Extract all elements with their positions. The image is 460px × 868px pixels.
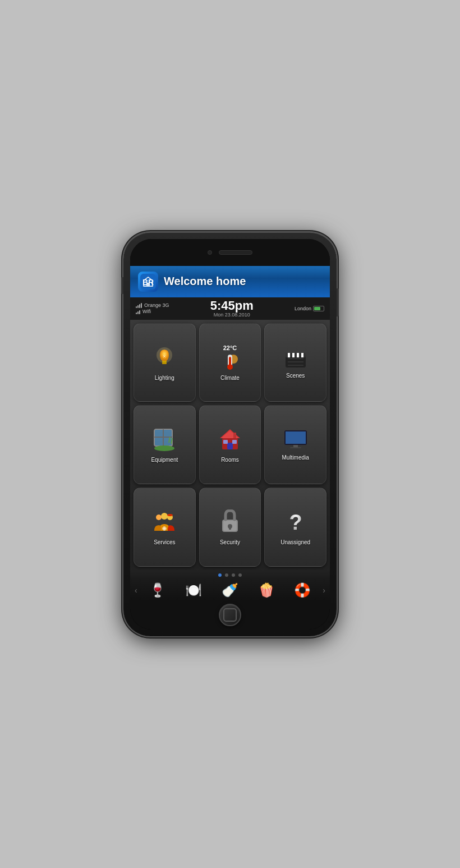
dot-4[interactable] <box>238 573 242 577</box>
climate-label: Climate <box>220 375 240 381</box>
tile-scenes[interactable]: Scenes <box>264 323 326 402</box>
dock-item-baby[interactable]: 🍼 <box>222 584 238 597</box>
tile-lighting[interactable]: Lighting <box>134 323 196 402</box>
scenes-label: Scenes <box>286 373 305 379</box>
location-label: London <box>295 306 311 311</box>
svg-point-25 <box>154 446 174 451</box>
unassigned-label: Unassigned <box>280 539 310 545</box>
wifi-bar-2 <box>137 311 139 314</box>
app-header: BR Welcome home <box>130 266 330 297</box>
time-display: 5:45pm Mon 23.08.2010 <box>210 300 254 318</box>
home-button[interactable] <box>219 604 241 626</box>
screen-content: BR Welcome home <box>130 266 330 600</box>
svg-rect-46 <box>162 527 167 530</box>
svg-rect-5 <box>162 362 167 364</box>
dot-1[interactable] <box>218 573 222 577</box>
tile-climate[interactable]: 22°C Climate <box>199 323 261 402</box>
services-icon <box>152 509 177 537</box>
wifi-row: Wifi <box>136 309 169 314</box>
bottom-dock: ‹ 🍷 🍽️ 🍼 🍿 🛟 <box>130 580 330 600</box>
signal-bar-2 <box>137 305 139 308</box>
power-button[interactable] <box>337 288 339 316</box>
time-value: 5:45pm <box>210 300 254 312</box>
security-icon <box>220 509 240 537</box>
svg-rect-15 <box>292 353 295 357</box>
tile-multimedia[interactable]: Multimedia <box>264 405 326 484</box>
lifebuoy-icon: 🛟 <box>294 584 311 597</box>
rooms-label: Rooms <box>221 457 239 463</box>
popcorn-icon: 🍿 <box>258 584 275 597</box>
equipment-label: Equipment <box>151 457 178 463</box>
dock-right-arrow[interactable]: › <box>320 586 328 595</box>
screen-bezel: BR Welcome home <box>130 239 330 630</box>
signal-bars-3g <box>136 302 142 308</box>
app-logo: BR <box>138 272 158 292</box>
front-camera <box>208 250 212 255</box>
services-label: Services <box>154 539 175 545</box>
svg-rect-38 <box>293 445 298 447</box>
wifi-bar-3 <box>139 310 140 314</box>
signal-bars-wifi <box>136 309 140 314</box>
tile-services[interactable]: Services <box>134 488 196 567</box>
battery-fill <box>314 307 320 310</box>
app-title: Welcome home <box>164 275 246 288</box>
svg-point-41 <box>156 515 162 520</box>
dock-item-cutlery[interactable]: 🍽️ <box>185 584 202 597</box>
volume-button[interactable] <box>121 277 123 294</box>
multimedia-icon <box>283 429 308 452</box>
dot-2[interactable] <box>225 573 228 577</box>
equipment-icon <box>152 427 177 454</box>
svg-point-40 <box>161 513 168 520</box>
signal-bar-3 <box>139 304 140 308</box>
svg-marker-30 <box>221 430 239 438</box>
carrier-label: Orange 3G <box>144 302 169 308</box>
unassigned-icon: ? <box>283 509 308 537</box>
wifi-label: Wifi <box>142 309 151 314</box>
svg-point-11 <box>227 364 233 370</box>
climate-icon: 22°C <box>220 345 240 373</box>
page-dots <box>130 570 330 580</box>
svg-rect-31 <box>227 443 233 449</box>
dock-item-lifebuoy[interactable]: 🛟 <box>294 584 311 597</box>
carrier-row: Orange 3G <box>136 302 169 308</box>
tile-equipment[interactable]: Equipment <box>134 405 196 484</box>
phone-device: BR Welcome home <box>123 232 337 636</box>
svg-rect-44 <box>167 515 173 516</box>
tile-security[interactable]: Security <box>199 488 261 567</box>
svg-rect-33 <box>232 440 237 444</box>
svg-rect-16 <box>297 353 299 357</box>
climate-wrapper: 22°C <box>220 345 240 373</box>
svg-rect-37 <box>286 431 306 444</box>
dock-left-arrow[interactable]: ‹ <box>132 586 140 595</box>
dock-item-popcorn[interactable]: 🍿 <box>258 584 275 597</box>
lighting-label: Lighting <box>155 375 174 381</box>
cutlery-icon: 🍽️ <box>185 584 202 597</box>
svg-rect-32 <box>223 440 228 444</box>
status-left: Orange 3G Wifi <box>136 302 169 314</box>
svg-rect-50 <box>229 526 231 530</box>
wine-icon: 🍷 <box>149 584 166 597</box>
dock-item-wine[interactable]: 🍷 <box>149 584 166 597</box>
svg-rect-39 <box>290 447 301 448</box>
svg-rect-17 <box>301 353 303 357</box>
scenes-icon <box>283 347 308 370</box>
battery-indicator <box>313 306 324 311</box>
wifi-bar-1 <box>136 313 137 314</box>
location-row: London <box>295 306 324 311</box>
svg-rect-2 <box>146 283 150 286</box>
svg-text:?: ? <box>289 511 302 534</box>
phone-top-bar <box>130 239 330 266</box>
signal-bar-4 <box>141 303 142 308</box>
svg-rect-14 <box>288 353 290 357</box>
date-value: Mon 23.08.2010 <box>210 312 254 318</box>
multimedia-label: Multimedia <box>282 454 309 461</box>
svg-rect-34 <box>233 433 236 438</box>
earpiece-speaker <box>219 250 252 255</box>
dot-3[interactable] <box>232 573 235 577</box>
lighting-icon <box>152 345 177 373</box>
tile-rooms[interactable]: Rooms <box>199 405 261 484</box>
home-button-inner <box>223 608 237 622</box>
security-label: Security <box>220 539 240 545</box>
tile-unassigned[interactable]: ? Unassigned <box>264 488 326 567</box>
rooms-icon <box>218 427 242 454</box>
